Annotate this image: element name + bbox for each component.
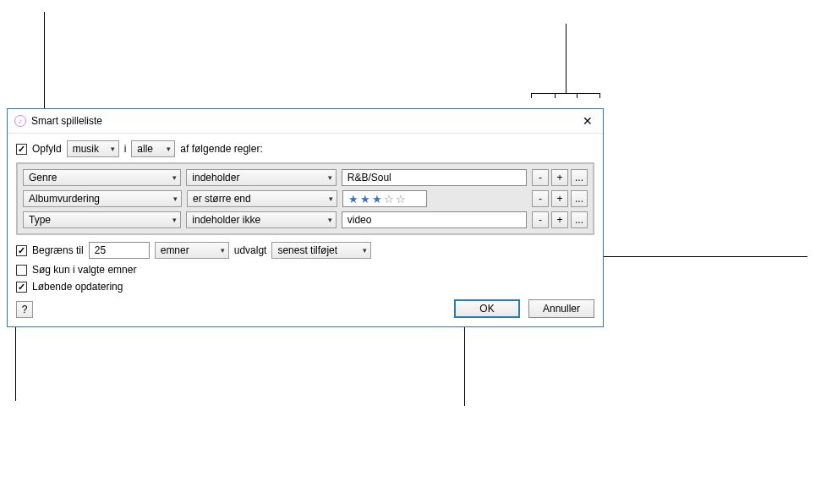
limit-row: Begræns til 25 emner ▾ udvalgt senest ti…: [16, 242, 594, 259]
remove-rule-button[interactable]: -: [532, 190, 549, 207]
cancel-button[interactable]: Annuller: [528, 299, 594, 318]
limit-value-text: 25: [95, 244, 106, 256]
star-icon: ★: [372, 193, 382, 205]
scope-select-value: alle: [137, 143, 153, 155]
only-checked-row: Søg kun i valgte emner: [16, 264, 594, 276]
rule-op-value: er større end: [193, 193, 251, 205]
chevron-down-icon: ▾: [111, 145, 115, 153]
chevron-down-icon: ▾: [167, 145, 171, 153]
limit-label: Begræns til: [32, 244, 84, 256]
rule-op-value: indeholder: [192, 172, 239, 184]
dialog-buttons: OK Annuller: [454, 299, 594, 318]
only-checked-checkbox[interactable]: [16, 265, 27, 276]
dialog-content: Opfyld musik ▾ i alle ▾ af følgende regl…: [8, 134, 603, 326]
remove-rule-button[interactable]: -: [532, 169, 549, 186]
limit-middle-word: udvalgt: [234, 244, 267, 256]
only-checked-label: Søg kun i valgte emner: [32, 264, 136, 276]
match-row: Opfyld musik ▾ i alle ▾ af følgende regl…: [16, 140, 594, 157]
chevron-down-icon: ▾: [363, 246, 367, 255]
rule-field-value: Genre: [29, 172, 57, 184]
rule-row: Type ▾ indeholder ikke ▾ video - + ...: [23, 211, 588, 228]
rule-value-stars[interactable]: ★ ★ ★ ☆ ☆: [342, 190, 427, 207]
rule-row: Albumvurdering ▾ er større end ▾ ★ ★ ★ ☆…: [23, 190, 588, 207]
chevron-down-icon: ▾: [172, 173, 177, 182]
chevron-down-icon: ▾: [172, 216, 177, 224]
rule-op-select[interactable]: er større end ▾: [187, 190, 337, 207]
rule-field-value: Type: [29, 214, 51, 226]
limit-units-value: emner: [161, 244, 189, 256]
rule-field-select[interactable]: Albumvurdering ▾: [23, 190, 182, 207]
limit-sort-value: senest tilføjet: [277, 244, 337, 256]
rules-panel: Genre ▾ indeholder ▾ R&B/Soul - + ...: [16, 162, 594, 235]
callout-line: [566, 24, 566, 93]
more-rule-button[interactable]: ...: [571, 169, 588, 186]
limit-checkbox[interactable]: [16, 245, 27, 256]
live-update-row: Løbende opdatering: [16, 281, 594, 293]
chevron-down-icon: ▾: [221, 246, 225, 255]
rule-op-select[interactable]: indeholder ▾: [186, 169, 336, 186]
match-middle-word: i: [124, 143, 127, 155]
remove-rule-button[interactable]: -: [532, 211, 549, 228]
more-rule-button[interactable]: ...: [571, 211, 588, 228]
rule-buttons: - + ...: [532, 190, 588, 207]
match-suffix: af følgende regler:: [180, 143, 262, 155]
rule-value-input[interactable]: video: [342, 211, 527, 228]
limit-units-select[interactable]: emner ▾: [155, 242, 229, 259]
add-rule-button[interactable]: +: [551, 190, 568, 207]
rule-value-text: video: [348, 214, 372, 226]
chevron-down-icon: ▾: [328, 173, 332, 182]
live-update-checkbox[interactable]: [16, 282, 27, 293]
limit-sort-select[interactable]: senest tilføjet ▾: [271, 242, 371, 259]
chevron-down-icon: ▾: [329, 194, 333, 203]
star-icon: ★: [348, 193, 359, 205]
limit-value-input[interactable]: 25: [89, 242, 150, 259]
rule-buttons: - + ...: [532, 211, 588, 228]
chevron-down-icon: ▾: [173, 194, 178, 203]
rule-field-select[interactable]: Type ▾: [23, 211, 181, 228]
rule-value-text: R&B/Soul: [348, 172, 391, 184]
close-icon[interactable]: ✕: [579, 114, 596, 128]
smart-playlist-dialog: ♪ Smart spilleliste ✕ Opfyld musik ▾ i a…: [7, 108, 604, 327]
footer-row: ? OK Annuller: [16, 298, 594, 318]
add-rule-button[interactable]: +: [551, 169, 568, 186]
rule-buttons: - + ...: [532, 169, 588, 186]
star-outline-icon: ☆: [396, 193, 406, 205]
match-label: Opfyld: [32, 143, 62, 155]
match-checkbox[interactable]: [16, 144, 27, 155]
window-title: Smart spilleliste: [31, 115, 579, 127]
add-rule-button[interactable]: +: [551, 211, 568, 228]
rule-value-input[interactable]: R&B/Soul: [342, 169, 527, 186]
star-icon: ★: [360, 193, 370, 205]
live-update-label: Løbende opdatering: [32, 281, 123, 293]
rule-op-select[interactable]: indeholder ikke ▾: [186, 211, 336, 228]
rule-row: Genre ▾ indeholder ▾ R&B/Soul - + ...: [23, 169, 588, 186]
chevron-down-icon: ▾: [328, 216, 332, 224]
rule-field-select[interactable]: Genre ▾: [23, 169, 181, 186]
rule-op-value: indeholder ikke: [192, 214, 260, 226]
media-select[interactable]: musik ▾: [67, 140, 119, 157]
ok-button[interactable]: OK: [454, 299, 520, 318]
media-select-value: musik: [73, 143, 99, 155]
rule-field-value: Albumvurdering: [29, 193, 100, 205]
help-button[interactable]: ?: [16, 301, 33, 318]
titlebar: ♪ Smart spilleliste ✕: [8, 109, 603, 134]
callout-bracket: [531, 93, 600, 98]
app-icon: ♪: [14, 115, 26, 127]
scope-select[interactable]: alle ▾: [131, 140, 175, 157]
more-rule-button[interactable]: ...: [571, 190, 588, 207]
star-outline-icon: ☆: [384, 193, 394, 205]
